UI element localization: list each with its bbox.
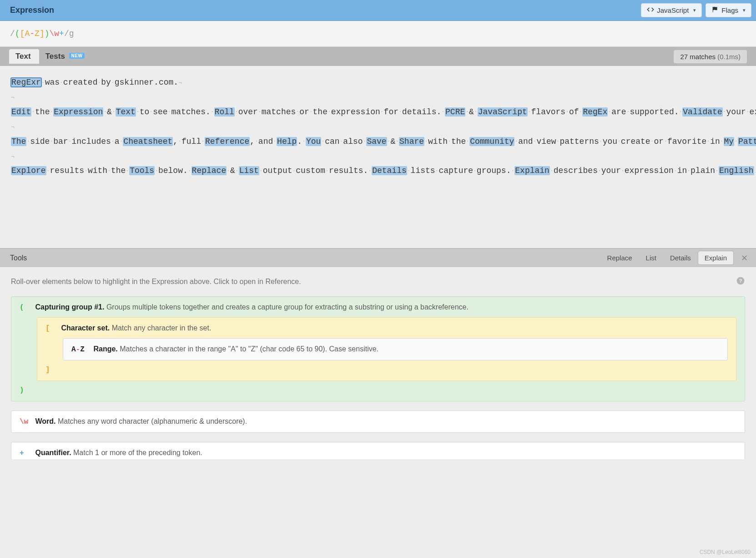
explain-group-open-sym: (: [20, 304, 33, 312]
match-highlight[interactable]: RegExr: [11, 78, 41, 87]
explain-group[interactable]: ( Capturing group #1. Groups multiple to…: [11, 296, 745, 401]
match-highlight[interactable]: English: [719, 166, 754, 175]
explain-group-close-sym: ): [20, 386, 33, 395]
match-highlight[interactable]: Share: [399, 137, 424, 146]
regex-quant-plus: +: [59, 29, 64, 38]
explain-charset-open-sym: [: [45, 325, 59, 333]
match-highlight[interactable]: JavaScript: [478, 107, 528, 117]
tools-tab-details[interactable]: Details: [663, 251, 698, 265]
match-highlight[interactable]: Roll: [214, 107, 235, 117]
match-highlight[interactable]: Community: [469, 137, 514, 146]
match-highlight[interactable]: You: [306, 137, 321, 146]
explain-quant[interactable]: + Quantifier. Match 1 or more of the pre…: [11, 442, 745, 459]
match-highlight[interactable]: Expression: [53, 107, 103, 117]
explain-group-desc: Groups multiple tokens together and crea…: [106, 303, 469, 311]
explain-word-label: Word.: [35, 417, 55, 425]
matches-count: 27 matches: [680, 53, 716, 61]
regex-flags: g: [69, 29, 74, 38]
expression-header-title: Expression: [10, 5, 54, 15]
tab-tests[interactable]: Tests NEW: [39, 49, 93, 64]
flags-dropdown[interactable]: Flags: [706, 3, 751, 17]
explain-group-label: Capturing group #1.: [35, 303, 104, 311]
match-highlight[interactable]: Text: [116, 107, 136, 117]
match-highlight[interactable]: PCRE: [445, 107, 465, 117]
tools-title: Tools: [10, 254, 27, 262]
regex-group-open: (: [15, 29, 20, 38]
tools-tab-explain[interactable]: Explain: [698, 251, 734, 265]
header-buttons: JavaScript Flags: [641, 3, 751, 17]
tools-hint-text: Roll-over elements below to highlight in…: [11, 278, 301, 286]
regex-open-delim: /: [10, 29, 15, 38]
match-highlight[interactable]: Save: [366, 137, 387, 146]
explain-range-label: Range.: [93, 345, 117, 353]
match-highlight[interactable]: Reference: [205, 137, 250, 146]
explain-charset-desc: Match any character in the set.: [112, 324, 212, 332]
regex-escape-w: \w: [50, 29, 60, 38]
tab-tests-label: Tests: [45, 52, 65, 61]
explain-range-desc: Matches a character in the range "A" to …: [120, 345, 378, 353]
match-highlight[interactable]: Replace: [192, 166, 227, 175]
match-highlight[interactable]: Edit: [11, 107, 31, 117]
expression-header: Expression JavaScript Flags: [0, 0, 756, 21]
match-highlight[interactable]: Validate: [682, 107, 722, 117]
expression-input[interactable]: /([A-Z])\w+/g: [0, 21, 756, 47]
explain-quant-desc: Match 1 or more of the preceding token.: [73, 449, 202, 457]
explain-charset[interactable]: [ Character set. Match any character in …: [37, 317, 736, 381]
code-icon: [647, 6, 654, 15]
match-highlight[interactable]: Help: [277, 137, 297, 146]
explain-charset-close-sym: ]: [45, 366, 59, 374]
tools-close-button[interactable]: ✕: [738, 251, 751, 265]
explain-range-sym: A-Z: [71, 345, 91, 354]
regex-set-close: ]: [40, 29, 45, 38]
tab-text[interactable]: Text: [9, 49, 39, 64]
match-highlight[interactable]: Explore: [11, 166, 46, 175]
explain-word-desc: Matches any word character (alphanumeric…: [58, 417, 247, 425]
language-label: JavaScript: [657, 6, 689, 14]
explain-quant-label: Quantifier.: [35, 449, 71, 457]
match-highlight[interactable]: My: [724, 137, 735, 146]
match-highlight[interactable]: Details: [372, 166, 407, 175]
explain-range[interactable]: A-Z Range. Matches a character in the ra…: [63, 338, 728, 360]
tools-body: Roll-over elements below to highlight in…: [0, 267, 756, 465]
explain-word-sym: \w: [20, 418, 33, 426]
tools-tabs: Replace List Details Explain: [600, 251, 734, 265]
match-highlight[interactable]: RegEx: [582, 107, 608, 117]
text-editor[interactable]: RegExrwascreatedbygskinner.com.EdittheEx…: [0, 66, 756, 248]
matches-time: (0.1ms): [717, 53, 741, 61]
close-icon: ✕: [741, 254, 748, 263]
regex-range-to: Z: [35, 29, 40, 38]
language-dropdown[interactable]: JavaScript: [641, 3, 702, 17]
matches-info: 27 matches (0.1ms): [674, 50, 747, 63]
explain-charset-label: Character set.: [61, 324, 110, 332]
tools-tab-list[interactable]: List: [639, 251, 663, 265]
tools-header: Tools Replace List Details Explain ✕: [0, 248, 756, 267]
flag-icon: [711, 6, 719, 15]
match-highlight[interactable]: List: [239, 166, 259, 175]
flags-label: Flags: [721, 6, 738, 14]
help-icon[interactable]: ?: [736, 276, 745, 287]
tab-tests-badge: NEW: [69, 53, 85, 59]
text-tabs-bar: Text Tests NEW 27 matches (0.1ms): [0, 47, 756, 66]
match-highlight[interactable]: Tools: [129, 166, 155, 175]
regex-range-dash: -: [30, 29, 35, 38]
regex-close-delim: /: [64, 29, 69, 38]
svg-text:?: ?: [739, 278, 742, 284]
regex-group-close: ): [45, 29, 50, 38]
match-highlight[interactable]: Patterns: [738, 137, 756, 146]
regex-set-open: [: [20, 29, 25, 38]
match-highlight[interactable]: Explain: [514, 166, 550, 175]
explain-word[interactable]: \w Word. Matches any word character (alp…: [11, 411, 745, 433]
tools-hint: Roll-over elements below to highlight in…: [11, 276, 745, 287]
match-highlight[interactable]: Cheatsheet: [123, 137, 173, 146]
regex-range-from: A: [25, 29, 30, 38]
explain-quant-sym: +: [20, 449, 33, 457]
tools-tab-replace[interactable]: Replace: [600, 251, 639, 265]
match-highlight[interactable]: The: [11, 137, 26, 146]
